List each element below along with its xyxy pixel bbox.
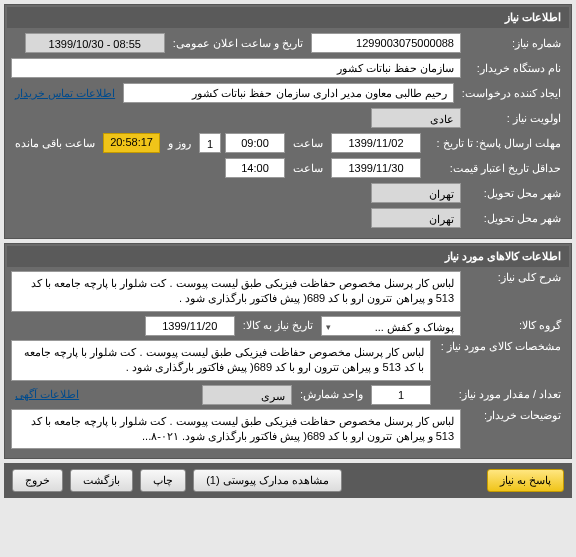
panel1-title: اطلاعات نیاز xyxy=(7,7,569,28)
buyer-desc-field[interactable] xyxy=(11,409,461,450)
general-desc-label: شرح کلی نیاز: xyxy=(465,271,565,284)
days-value: 1 xyxy=(199,133,221,153)
creator-field[interactable] xyxy=(123,83,454,103)
days-label: روز و xyxy=(164,137,195,150)
need-info-panel: اطلاعات نیاز شماره نیاز: تاریخ و ساعت اع… xyxy=(4,4,572,239)
remaining-time: 20:58:17 xyxy=(103,133,160,153)
req-no-label: شماره نیاز: xyxy=(465,37,565,50)
back-button[interactable]: بازگشت xyxy=(70,469,133,492)
buyer-desc-label: توضیحات خریدار: xyxy=(465,409,565,422)
panel2-title: اطلاعات کالاهای مورد نیاز xyxy=(7,246,569,267)
group-label: گروه کالا: xyxy=(465,319,565,332)
goods-info-panel: اطلاعات کالاهای مورد نیاز شرح کلی نیاز: … xyxy=(4,243,572,459)
info-link[interactable]: اطلاعات آگهی xyxy=(11,388,83,401)
qty-label: تعداد / مقدار مورد نیاز: xyxy=(435,388,565,401)
unit-label: واحد شمارش: xyxy=(296,388,367,401)
time-label-1: ساعت xyxy=(289,137,327,150)
group-select[interactable]: پوشاک و کفش ... xyxy=(321,316,461,336)
exit-button[interactable]: خروج xyxy=(12,469,63,492)
delivery-loc-label: شهر محل تحویل: xyxy=(465,212,565,225)
buyer-label: نام دستگاه خریدار: xyxy=(465,62,565,75)
announce-value: 1399/10/30 - 08:55 xyxy=(25,33,165,53)
spec-field[interactable] xyxy=(11,340,431,381)
req-no-field[interactable] xyxy=(311,33,461,53)
deadline-label: مهلت ارسال پاسخ: تا تاریخ : xyxy=(425,137,565,150)
delivery-loc: تهران xyxy=(371,208,461,228)
deadline-date[interactable] xyxy=(331,133,421,153)
print-button[interactable]: چاپ xyxy=(140,469,186,492)
announce-label: تاریخ و ساعت اعلان عمومی: xyxy=(169,37,307,50)
min-valid-date[interactable] xyxy=(331,158,421,178)
general-desc-field[interactable] xyxy=(11,271,461,312)
priority-value: عادی xyxy=(371,108,461,128)
creator-label: ایجاد کننده درخواست: xyxy=(458,87,565,100)
delivery-city: تهران xyxy=(371,183,461,203)
remain-label: ساعت باقی مانده xyxy=(11,137,99,150)
time-label-2: ساعت xyxy=(289,162,327,175)
contact-link[interactable]: اطلاعات تماس خریدار xyxy=(11,87,119,100)
min-valid-label: حداقل تاریخ اعتبار قیمت: xyxy=(425,162,565,175)
date-to-field[interactable] xyxy=(145,316,235,336)
unit-value: سری xyxy=(202,385,292,405)
min-valid-time[interactable] xyxy=(225,158,285,178)
date-to-label: تاریخ نیاز به کالا: xyxy=(239,319,317,332)
buyer-field[interactable] xyxy=(11,58,461,78)
deadline-time[interactable] xyxy=(225,133,285,153)
respond-button[interactable]: پاسخ به نیاز xyxy=(487,469,564,492)
priority-label: اولویت نیاز : xyxy=(465,112,565,125)
delivery-city-label: شهر محل تحویل: xyxy=(465,187,565,200)
attachments-button[interactable]: مشاهده مدارک پیوستی (1) xyxy=(193,469,342,492)
qty-field[interactable] xyxy=(371,385,431,405)
spec-label: مشخصات کالای مورد نیاز : xyxy=(435,340,565,353)
footer-bar: پاسخ به نیاز مشاهده مدارک پیوستی (1) چاپ… xyxy=(4,463,572,498)
